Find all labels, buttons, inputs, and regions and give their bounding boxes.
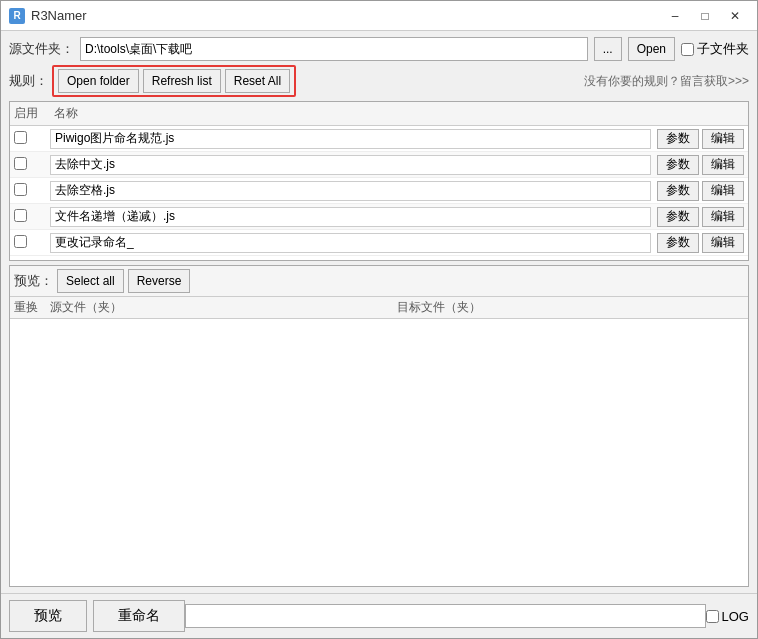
title-bar-left: R R3Namer <box>9 8 87 24</box>
row-5-param-button[interactable]: 参数 <box>657 233 699 253</box>
row-2-name[interactable] <box>50 155 651 175</box>
rules-label: 规则： <box>9 72 48 90</box>
row-2-checkbox[interactable] <box>14 157 27 170</box>
row-3-checkbox[interactable] <box>14 183 27 196</box>
table-row: 参数 编辑 <box>10 204 748 230</box>
preview-label: 预览： <box>14 272 53 290</box>
row-4-edit-button[interactable]: 编辑 <box>702 207 744 227</box>
row-4-name[interactable] <box>50 207 651 227</box>
minimize-button[interactable]: – <box>661 6 689 26</box>
preview-col-src: 源文件（夹） <box>50 299 397 316</box>
row-2-edit-button[interactable]: 编辑 <box>702 155 744 175</box>
subfolder-checkbox[interactable] <box>681 43 694 56</box>
rules-table: 启用 名称 参数 编辑 <box>9 101 749 261</box>
row-1-check[interactable] <box>14 131 50 147</box>
source-label: 源文件夹： <box>9 40 74 58</box>
preview-col-op: 重换 <box>14 299 50 316</box>
preview-col-dst: 目标文件（夹） <box>397 299 744 316</box>
row-4-param-button[interactable]: 参数 <box>657 207 699 227</box>
preview-table-header: 重换 源文件（夹） 目标文件（夹） <box>10 297 748 319</box>
main-window: R R3Namer – □ ✕ 源文件夹： ... Open 子文件夹 规则： … <box>0 0 758 639</box>
row-3-check[interactable] <box>14 183 50 199</box>
preview-button[interactable]: 预览 <box>9 600 87 632</box>
window-controls: – □ ✕ <box>661 6 749 26</box>
refresh-list-button[interactable]: Refresh list <box>143 69 221 93</box>
close-button[interactable]: ✕ <box>721 6 749 26</box>
rules-hint: 没有你要的规则？留言获取>>> <box>584 73 749 90</box>
row-3-buttons: 参数 编辑 <box>657 181 744 201</box>
row-5-buttons: 参数 编辑 <box>657 233 744 253</box>
window-title: R3Namer <box>31 8 87 23</box>
bottom-right: LOG <box>706 609 749 624</box>
bottom-left: 预览 重命名 <box>9 600 185 632</box>
row-5-name[interactable] <box>50 233 651 253</box>
row-2-param-button[interactable]: 参数 <box>657 155 699 175</box>
table-rows: 参数 编辑 参数 编辑 <box>10 126 748 260</box>
preview-content-area <box>10 319 748 586</box>
rename-button[interactable]: 重命名 <box>93 600 185 632</box>
bottom-bar: 预览 重命名 LOG <box>1 593 757 638</box>
source-row: 源文件夹： ... Open 子文件夹 <box>9 37 749 61</box>
log-label: LOG <box>722 609 749 624</box>
row-1-name[interactable] <box>50 129 651 149</box>
log-checkbox-label[interactable]: LOG <box>706 609 749 624</box>
title-bar: R R3Namer – □ ✕ <box>1 1 757 31</box>
reverse-button[interactable]: Reverse <box>128 269 191 293</box>
table-header: 启用 名称 <box>10 102 748 126</box>
open-button[interactable]: Open <box>628 37 675 61</box>
table-row-partial: 参数 编辑 <box>10 230 748 256</box>
maximize-button[interactable]: □ <box>691 6 719 26</box>
row-5-checkbox[interactable] <box>14 235 27 248</box>
col-enabled-header: 启用 <box>14 105 50 122</box>
row-5-edit-button[interactable]: 编辑 <box>702 233 744 253</box>
content-area: 源文件夹： ... Open 子文件夹 规则： Open folder Refr… <box>1 31 757 593</box>
row-1-edit-button[interactable]: 编辑 <box>702 129 744 149</box>
row-1-param-button[interactable]: 参数 <box>657 129 699 149</box>
row-5-check[interactable] <box>14 235 50 251</box>
row-3-name[interactable] <box>50 181 651 201</box>
table-row: 参数 编辑 <box>10 152 748 178</box>
table-row: 参数 编辑 <box>10 126 748 152</box>
open-folder-button[interactable]: Open folder <box>58 69 139 93</box>
rules-toolbar-box: Open folder Refresh list Reset All <box>52 65 296 97</box>
preview-section: 预览： Select all Reverse 重换 源文件（夹） 目标文件（夹） <box>9 265 749 587</box>
row-4-check[interactable] <box>14 209 50 225</box>
row-1-checkbox[interactable] <box>14 131 27 144</box>
row-2-buttons: 参数 编辑 <box>657 155 744 175</box>
table-row: 参数 编辑 <box>10 178 748 204</box>
log-checkbox[interactable] <box>706 610 719 623</box>
preview-toolbar: 预览： Select all Reverse <box>10 266 748 297</box>
row-3-param-button[interactable]: 参数 <box>657 181 699 201</box>
browse-button[interactable]: ... <box>594 37 622 61</box>
subfolder-checkbox-label[interactable]: 子文件夹 <box>681 40 749 58</box>
reset-all-button[interactable]: Reset All <box>225 69 290 93</box>
app-icon: R <box>9 8 25 24</box>
subfolder-label: 子文件夹 <box>697 40 749 58</box>
row-4-buttons: 参数 编辑 <box>657 207 744 227</box>
row-3-edit-button[interactable]: 编辑 <box>702 181 744 201</box>
rules-toolbar-row: 规则： Open folder Refresh list Reset All 没… <box>9 65 749 97</box>
select-all-button[interactable]: Select all <box>57 269 124 293</box>
row-1-buttons: 参数 编辑 <box>657 129 744 149</box>
status-input[interactable] <box>185 604 706 628</box>
row-4-checkbox[interactable] <box>14 209 27 222</box>
row-2-check[interactable] <box>14 157 50 173</box>
col-name-header: 名称 <box>50 105 728 122</box>
source-path-input[interactable] <box>80 37 588 61</box>
